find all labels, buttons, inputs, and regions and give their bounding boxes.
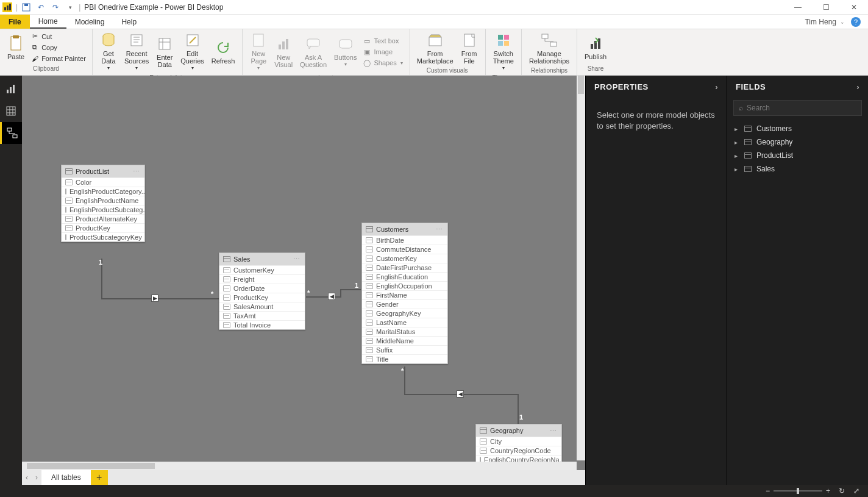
field-item[interactable]: EnglishProductCategory... bbox=[62, 187, 144, 196]
table-menu-icon[interactable]: ⋯ bbox=[436, 226, 444, 234]
field-item[interactable]: EnglishEducation bbox=[362, 272, 447, 281]
help-icon[interactable]: ? bbox=[851, 17, 861, 27]
field-icon bbox=[65, 225, 73, 231]
field-item[interactable]: CommuteDistance bbox=[362, 245, 447, 254]
field-item[interactable]: Gender bbox=[362, 299, 447, 309]
model-view-button[interactable] bbox=[0, 122, 22, 144]
undo-icon[interactable]: ↶ bbox=[35, 2, 46, 13]
table-sales[interactable]: Sales⋯CustomerKeyFreightOrderDateProduct… bbox=[219, 252, 305, 330]
svg-rect-25 bbox=[550, 42, 557, 46]
redo-icon[interactable]: ↷ bbox=[50, 2, 61, 13]
fields-item[interactable]: ▸Geography bbox=[730, 135, 866, 149]
field-item[interactable]: EnglishProductSubcateg... bbox=[62, 205, 144, 214]
recent-sources-button[interactable]: Recent Sources▾ bbox=[121, 30, 152, 73]
zoom-control[interactable]: − + bbox=[766, 487, 830, 495]
field-item[interactable]: ProductKey bbox=[62, 223, 144, 232]
maximize-button[interactable]: ☐ bbox=[812, 0, 840, 15]
table-menu-icon[interactable]: ⋯ bbox=[550, 427, 558, 435]
field-item[interactable]: TaxAmt bbox=[219, 311, 305, 320]
cut-button[interactable]: ✂Cut bbox=[28, 32, 88, 41]
expand-icon[interactable]: ▸ bbox=[735, 126, 739, 132]
field-item[interactable]: Suffix bbox=[362, 345, 447, 354]
field-item[interactable]: Freight bbox=[219, 274, 305, 284]
refresh-button[interactable]: Refresh bbox=[208, 38, 239, 66]
table-menu-icon[interactable]: ⋯ bbox=[293, 256, 301, 263]
collapse-icon[interactable]: › bbox=[856, 82, 859, 91]
expand-icon[interactable]: ▸ bbox=[735, 152, 739, 159]
field-item[interactable]: ProductSubcategoryKey bbox=[62, 232, 144, 241]
search-input[interactable] bbox=[747, 104, 856, 112]
save-icon[interactable] bbox=[21, 2, 32, 13]
field-item[interactable]: OrderDate bbox=[219, 284, 305, 293]
zoom-out-icon[interactable]: − bbox=[766, 487, 770, 495]
field-item[interactable]: MiddleName bbox=[362, 336, 447, 345]
fit-to-page-icon[interactable]: ⤢ bbox=[853, 487, 859, 495]
data-view-button[interactable] bbox=[0, 100, 22, 122]
expand-icon[interactable]: ▸ bbox=[735, 139, 739, 146]
switch-theme-button[interactable]: Switch Theme▾ bbox=[489, 30, 518, 73]
tab-help[interactable]: Help bbox=[113, 15, 145, 29]
diagram-tab-all[interactable]: All tables bbox=[41, 470, 91, 485]
publish-button[interactable]: Publish bbox=[581, 34, 610, 62]
field-item[interactable]: CustomerKey bbox=[362, 254, 447, 263]
fields-item[interactable]: ▸ProductList bbox=[730, 149, 866, 162]
field-item[interactable]: CountryRegionCode bbox=[476, 446, 561, 455]
zoom-slider[interactable] bbox=[774, 490, 822, 492]
field-item[interactable]: ProductAlternateKey bbox=[62, 214, 144, 223]
fields-item[interactable]: ▸Customers bbox=[730, 122, 866, 135]
paste-button[interactable]: Paste bbox=[4, 34, 28, 62]
table-customers[interactable]: Customers⋯BirthDateCommuteDistanceCustom… bbox=[361, 223, 448, 364]
edit-queries-button[interactable]: Edit Queries▾ bbox=[177, 30, 208, 73]
expand-icon[interactable]: ▸ bbox=[735, 166, 739, 173]
tab-prev[interactable]: ‹ bbox=[22, 470, 32, 485]
field-item[interactable]: Color bbox=[62, 177, 144, 187]
get-data-button[interactable]: Get Data▾ bbox=[96, 30, 121, 73]
model-canvas[interactable]: ▶ 1 * ◀ * 1 ◀ * 1 ProductList⋯ColorEngli… bbox=[22, 76, 577, 460]
fields-item[interactable]: ▸Sales bbox=[730, 162, 866, 176]
field-item[interactable]: DateFirstPurchase bbox=[362, 263, 447, 272]
field-item[interactable]: BirthDate bbox=[362, 235, 447, 245]
field-item[interactable]: EnglishProductName bbox=[62, 196, 144, 205]
field-icon bbox=[366, 292, 373, 298]
table-icon bbox=[223, 256, 230, 262]
cardinality-one: 1 bbox=[99, 259, 102, 266]
ribbon: Paste ✂Cut ⧉Copy 🖌Format Painter Clipboa… bbox=[0, 29, 868, 76]
copy-button[interactable]: ⧉Copy bbox=[28, 43, 88, 52]
reset-zoom-icon[interactable]: ↻ bbox=[839, 487, 845, 495]
add-diagram-tab[interactable]: + bbox=[91, 470, 108, 485]
zoom-in-icon[interactable]: + bbox=[826, 487, 830, 495]
table-productlist[interactable]: ProductList⋯ColorEnglishProductCategory.… bbox=[61, 165, 145, 242]
tab-next[interactable]: › bbox=[32, 470, 41, 485]
report-view-button[interactable] bbox=[0, 78, 22, 100]
horizontal-scrollbar[interactable] bbox=[22, 462, 577, 470]
enter-data-button[interactable]: Enter Data bbox=[152, 34, 177, 70]
fields-search[interactable]: ⌕ bbox=[733, 100, 862, 116]
qat-dropdown-icon[interactable]: ▾ bbox=[65, 2, 76, 13]
field-item[interactable]: SalesAmount bbox=[219, 302, 305, 311]
field-item[interactable]: FirstName bbox=[362, 290, 447, 299]
field-item[interactable]: EnglishOccupation bbox=[362, 281, 447, 290]
signed-in-user[interactable]: Tim Heng ⌄ ? bbox=[797, 15, 868, 29]
field-icon bbox=[223, 304, 230, 310]
field-item[interactable]: Title bbox=[362, 354, 447, 363]
table-menu-icon[interactable]: ⋯ bbox=[133, 168, 141, 176]
vertical-scrollbar[interactable] bbox=[577, 76, 585, 460]
tab-home[interactable]: Home bbox=[30, 15, 66, 29]
from-marketplace-button[interactable]: From Marketplace bbox=[413, 30, 457, 66]
field-item[interactable]: Total Invoice bbox=[219, 320, 305, 329]
format-painter-button[interactable]: 🖌Format Painter bbox=[28, 54, 88, 63]
collapse-icon[interactable]: › bbox=[715, 82, 718, 91]
manage-relationships-button[interactable]: Manage Relationships bbox=[525, 30, 573, 66]
minimize-button[interactable]: — bbox=[784, 0, 812, 15]
from-file-button[interactable]: From File bbox=[457, 30, 482, 66]
field-item[interactable]: GeographyKey bbox=[362, 309, 447, 318]
field-icon bbox=[480, 448, 487, 454]
field-item[interactable]: City bbox=[476, 437, 561, 446]
field-item[interactable]: LastName bbox=[362, 318, 447, 327]
tab-file[interactable]: File bbox=[0, 15, 30, 29]
tab-modeling[interactable]: Modeling bbox=[66, 15, 113, 29]
field-item[interactable]: CustomerKey bbox=[219, 265, 305, 274]
close-button[interactable]: ✕ bbox=[840, 0, 868, 15]
field-item[interactable]: ProductKey bbox=[219, 293, 305, 302]
field-item[interactable]: MaritalStatus bbox=[362, 327, 447, 336]
